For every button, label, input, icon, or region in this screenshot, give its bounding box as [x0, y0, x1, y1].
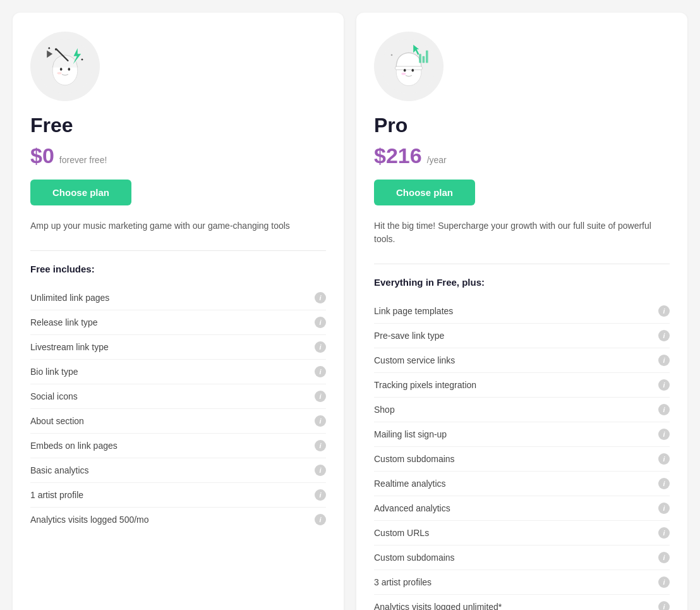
pro-plan-avatar: [374, 32, 444, 101]
list-item: 3 artist profiles i: [374, 570, 670, 595]
feature-text: Livestream link type: [30, 342, 109, 352]
feature-text: Custom subdomains: [374, 552, 455, 563]
list-item: Advanced analytics i: [374, 496, 670, 521]
info-icon[interactable]: i: [658, 527, 670, 539]
free-price: $0: [30, 143, 54, 168]
list-item: Bio link type i: [30, 360, 326, 384]
info-icon[interactable]: i: [658, 429, 670, 440]
svg-point-15: [401, 73, 406, 75]
list-item: 1 artist profile i: [30, 483, 326, 508]
info-icon[interactable]: i: [315, 292, 326, 303]
svg-point-14: [412, 69, 414, 72]
svg-point-7: [55, 48, 57, 51]
list-item: About section i: [30, 409, 326, 434]
list-item: Custom subdomains i: [374, 447, 670, 472]
info-icon[interactable]: i: [658, 453, 670, 465]
svg-point-9: [81, 59, 83, 61]
list-item: Realtime analytics i: [374, 472, 670, 496]
svg-point-8: [48, 47, 50, 49]
free-plan-avatar: [30, 32, 100, 101]
feature-text: Bio link type: [30, 367, 78, 377]
info-icon[interactable]: i: [315, 440, 326, 451]
feature-text: Pre-save link type: [374, 331, 444, 341]
list-item: Basic analytics i: [30, 458, 326, 483]
info-icon[interactable]: i: [658, 305, 670, 317]
pricing-container: Free $0 forever free! Choose plan Amp up…: [13, 13, 687, 610]
svg-point-4: [57, 72, 61, 75]
list-item: Shop i: [374, 398, 670, 422]
pro-price-row: $216 /year: [374, 143, 670, 168]
list-item: Analytics visits logged unlimited* i: [374, 595, 670, 610]
pro-feature-list: Link page templates i Pre-save link type…: [374, 299, 670, 610]
info-icon[interactable]: i: [658, 355, 670, 366]
pro-choose-plan-button[interactable]: Choose plan: [374, 180, 475, 205]
pro-price: $216: [374, 143, 422, 168]
svg-point-20: [391, 54, 393, 56]
free-feature-list: Unlimited link pages i Release link type…: [30, 286, 326, 532]
info-icon[interactable]: i: [658, 379, 670, 391]
info-icon[interactable]: i: [315, 317, 326, 328]
info-icon[interactable]: i: [315, 514, 326, 525]
list-item: Release link type i: [30, 310, 326, 335]
svg-rect-16: [419, 54, 421, 63]
free-divider: [30, 250, 326, 251]
feature-text: 1 artist profile: [30, 490, 83, 500]
list-item: Tracking pixels integration i: [374, 373, 670, 398]
feature-text: Social icons: [30, 391, 78, 401]
list-item: Link page templates i: [374, 299, 670, 324]
list-item: Pre-save link type i: [374, 324, 670, 348]
free-tagline: Amp up your music marketing game with ou…: [30, 219, 326, 233]
feature-text: Custom URLs: [374, 528, 429, 538]
pro-plan-name: Pro: [374, 114, 670, 137]
pro-divider: [374, 264, 670, 264]
feature-text: Analytics visits logged unlimited*: [374, 602, 502, 610]
list-item: Mailing list sign-up i: [374, 422, 670, 447]
pro-tagline: Hit the big time! Supercharge your growt…: [374, 219, 670, 246]
svg-rect-12: [395, 66, 422, 70]
svg-point-2: [60, 68, 63, 71]
info-icon[interactable]: i: [315, 341, 326, 353]
free-plan-card: Free $0 forever free! Choose plan Amp up…: [13, 13, 344, 610]
list-item: Custom URLs i: [374, 521, 670, 546]
info-icon[interactable]: i: [658, 601, 670, 610]
info-icon[interactable]: i: [315, 391, 326, 402]
info-icon[interactable]: i: [658, 503, 670, 514]
svg-rect-18: [426, 51, 428, 63]
svg-point-3: [68, 68, 71, 71]
list-item: Custom subdomains i: [374, 546, 670, 570]
info-icon[interactable]: i: [315, 489, 326, 501]
feature-text: Release link type: [30, 317, 98, 327]
feature-text: Custom subdomains: [374, 454, 455, 464]
svg-point-13: [404, 69, 406, 72]
svg-rect-17: [423, 56, 425, 63]
info-icon[interactable]: i: [315, 366, 326, 377]
free-plan-name: Free: [30, 114, 326, 137]
feature-text: Mailing list sign-up: [374, 429, 447, 439]
feature-text: Realtime analytics: [374, 479, 446, 489]
list-item: Embeds on link pages i: [30, 434, 326, 458]
feature-text: 3 artist profiles: [374, 577, 431, 587]
info-icon[interactable]: i: [315, 465, 326, 476]
free-price-row: $0 forever free!: [30, 143, 326, 168]
info-icon[interactable]: i: [658, 404, 670, 415]
feature-text: About section: [30, 416, 84, 426]
info-icon[interactable]: i: [315, 415, 326, 427]
info-icon[interactable]: i: [658, 330, 670, 341]
info-icon[interactable]: i: [658, 478, 670, 489]
free-price-suffix: forever free!: [59, 155, 107, 165]
list-item: Livestream link type i: [30, 335, 326, 360]
list-item: Social icons i: [30, 384, 326, 409]
free-includes-label: Free includes:: [30, 264, 326, 274]
info-icon[interactable]: i: [658, 576, 670, 588]
feature-text: Custom service links: [374, 355, 455, 365]
feature-text: Link page templates: [374, 306, 453, 316]
pro-price-suffix: /year: [427, 155, 447, 165]
feature-text: Tracking pixels integration: [374, 380, 476, 390]
feature-text: Unlimited link pages: [30, 293, 109, 303]
feature-text: Shop: [374, 405, 395, 415]
info-icon[interactable]: i: [658, 552, 670, 563]
list-item: Analytics visits logged 500/mo i: [30, 508, 326, 532]
pro-includes-label: Everything in Free, plus:: [374, 277, 670, 288]
list-item: Unlimited link pages i: [30, 286, 326, 310]
free-choose-plan-button[interactable]: Choose plan: [30, 180, 131, 205]
